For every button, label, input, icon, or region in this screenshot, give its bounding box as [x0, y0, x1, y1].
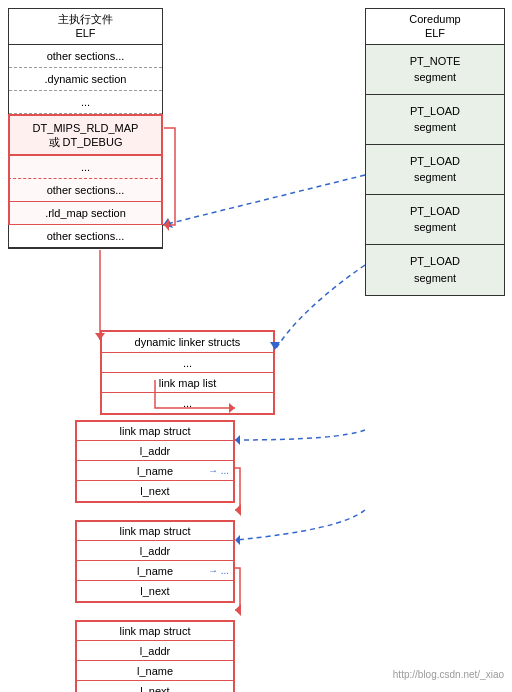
lms2-title: link map struct: [77, 522, 233, 541]
dls-row-dots2: ...: [102, 393, 273, 413]
elf-row-other-sections-3: other sections...: [9, 225, 162, 248]
elf-title: 主执行文件 ELF: [9, 9, 162, 45]
lms3-title: link map struct: [77, 622, 233, 641]
lms3-lname: l_name: [77, 661, 233, 681]
diagram: 主执行文件 ELF other sections... .dynamic sec…: [0, 0, 512, 692]
core-segment-ptload-3: PT_LOADsegment: [366, 195, 504, 245]
lms2-box: link map struct l_addr l_name → ... l_ne…: [75, 520, 235, 603]
svg-marker-3: [235, 435, 240, 445]
lms3-lnext: l_next: [77, 681, 233, 692]
elf-row-rld-map: .rld_map section: [8, 202, 163, 225]
lms1-title: link map struct: [77, 422, 233, 441]
dls-box: dynamic linker structs ... link map list…: [100, 330, 275, 415]
svg-marker-8: [235, 504, 241, 516]
lms1-lname: l_name → ...: [77, 461, 233, 481]
elf-row-dots-1: ...: [9, 91, 162, 114]
watermark: http://blog.csdn.net/_xiao: [393, 669, 504, 680]
lms2-lnext: l_next: [77, 581, 233, 601]
svg-marker-5: [164, 219, 169, 231]
core-segment-ptload-1: PT_LOADsegment: [366, 95, 504, 145]
core-segment-ptnote: PT_NOTEsegment: [366, 45, 504, 95]
lms2-laddr: l_addr: [77, 541, 233, 561]
coredump-title: CoredumpELF: [366, 9, 504, 45]
elf-row-other-sections-1: other sections...: [9, 45, 162, 68]
dls-row-dots1: ...: [102, 353, 273, 373]
svg-marker-4: [235, 535, 240, 545]
core-segment-ptload-4: PT_LOADsegment: [366, 245, 504, 295]
elf-row-dots-2: ...: [8, 156, 163, 179]
dls-title: dynamic linker structs: [102, 332, 273, 353]
elf-box: 主执行文件 ELF other sections... .dynamic sec…: [8, 8, 163, 249]
svg-line-0: [163, 175, 365, 225]
lms3-laddr: l_addr: [77, 641, 233, 661]
core-segment-ptload-2: PT_LOADsegment: [366, 145, 504, 195]
svg-marker-1: [163, 218, 173, 228]
svg-marker-9: [235, 604, 241, 616]
lms1-box: link map struct l_addr l_name → ... l_ne…: [75, 420, 235, 503]
lms2-lname: l_name → ...: [77, 561, 233, 581]
lms1-laddr: l_addr: [77, 441, 233, 461]
coredump-box: CoredumpELF PT_NOTEsegment PT_LOADsegmen…: [365, 8, 505, 296]
elf-row-other-sections-2: other sections...: [8, 179, 163, 202]
lms1-lnext: l_next: [77, 481, 233, 501]
dls-row-link-map-list: link map list: [102, 373, 273, 393]
lms3-box: link map struct l_addr l_name l_next: [75, 620, 235, 692]
elf-row-dt-mips: DT_MIPS_RLD_MAP或 DT_DEBUG: [8, 114, 163, 157]
elf-row-dynamic-section: .dynamic section: [9, 68, 162, 91]
